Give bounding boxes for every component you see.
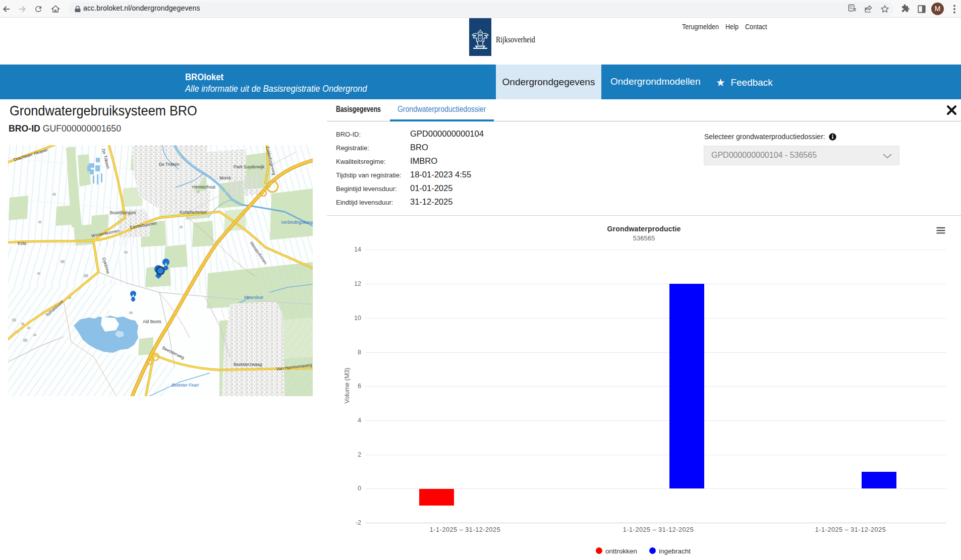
svg-text:Beetsterzwaag: Beetsterzwaag (234, 362, 262, 367)
svg-text:Beetster Feart: Beetster Feart (172, 383, 199, 388)
svg-text:Himsterhout: Himsterhout (192, 184, 215, 190)
svg-text:Verbindingskanaal: Verbindingskanaal (281, 220, 313, 225)
svg-text:De Trisken: De Trisken (159, 162, 180, 167)
svg-text:Park Suyderwijk: Park Suyderwijk (234, 164, 265, 169)
svg-text:Mearsleat: Mearsleat (244, 295, 263, 300)
svg-text:Kortehemmen: Kortehemmen (180, 210, 207, 215)
svg-text:Boornbergum: Boornbergum (110, 210, 136, 215)
svg-text:Krite: Krite (18, 241, 27, 246)
svg-text:Morrà: Morrà (219, 175, 231, 180)
svg-text:G: G (849, 5, 853, 10)
svg-text:Ald Beets: Ald Beets (143, 319, 161, 324)
